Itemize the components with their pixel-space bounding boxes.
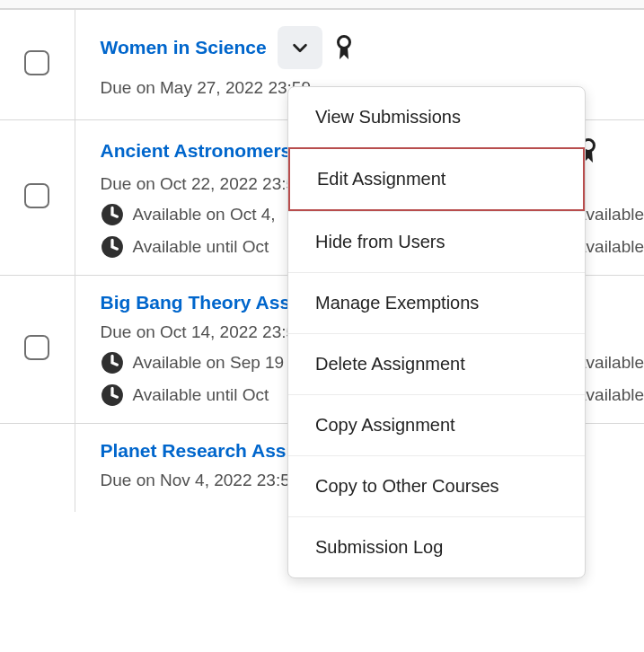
menu-delete-assignment[interactable]: Delete Assignment <box>288 333 585 394</box>
chevron-down-icon <box>290 38 310 57</box>
assignment-link[interactable]: Women in Science <box>101 37 267 58</box>
clock-icon <box>101 383 124 407</box>
clock-icon <box>101 203 124 226</box>
menu-copy-assignment[interactable]: Copy Assignment <box>288 394 585 455</box>
menu-manage-exemptions[interactable]: Manage Exemptions <box>288 272 585 333</box>
menu-edit-assignment[interactable]: Edit Assignment <box>288 147 585 211</box>
available-end: Available until Oct <box>133 237 269 257</box>
svg-point-0 <box>338 37 349 48</box>
actions-dropdown-menu: View Submissions Edit Assignment Hide fr… <box>287 86 586 578</box>
clock-icon <box>101 235 124 259</box>
clock-icon <box>101 351 124 374</box>
assignment-link[interactable]: Ancient Astronomers <box>101 140 292 162</box>
menu-copy-to-other-courses[interactable]: Copy to Other Courses <box>288 455 585 516</box>
available-start: Available on Oct 4, <box>133 205 276 225</box>
spacer-bar <box>0 0 644 9</box>
select-checkbox[interactable] <box>24 335 49 360</box>
menu-submission-log[interactable]: Submission Log <box>288 516 585 577</box>
award-icon <box>333 33 355 62</box>
menu-hide-from-users[interactable]: Hide from Users <box>288 211 585 272</box>
menu-view-submissions[interactable]: View Submissions <box>288 87 585 147</box>
available-end: Available until Oct <box>133 385 269 405</box>
available-start: Available on Sep 19 <box>133 353 285 373</box>
select-checkbox[interactable] <box>24 183 49 208</box>
actions-dropdown-button[interactable] <box>278 26 322 69</box>
select-checkbox[interactable] <box>24 50 49 75</box>
